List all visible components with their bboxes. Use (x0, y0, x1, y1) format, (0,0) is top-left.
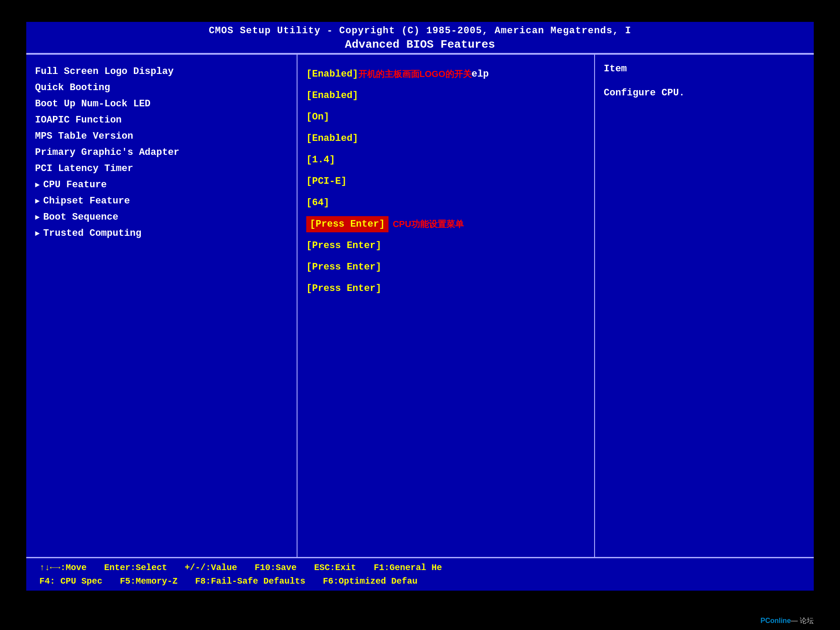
value-row-quick-booting: [Enabled] (306, 85, 585, 106)
value-pci-latency: [64] (306, 195, 329, 211)
arrow-icon: ► (35, 213, 40, 222)
value-chipset-feature: [Press Enter] (306, 238, 382, 254)
menu-label: Quick Booting (35, 82, 110, 93)
nav-row-1: ↑↓←→:Move Enter:Select +/-/:Value F10:Sa… (39, 563, 801, 573)
menu-item-ioapic[interactable]: IOAPIC Function (35, 112, 288, 128)
menu-label: Primary Graphic's Adapter (35, 147, 179, 158)
help-label: Item (604, 63, 805, 74)
value-row-chipset-feature: [Press Enter] (306, 235, 585, 256)
value-ioapic: [Enabled] (306, 130, 358, 147)
arrow-icon: ► (35, 229, 40, 238)
menu-label: Boot Up Num-Lock LED (35, 98, 150, 109)
navigation-bar: ↑↓←→:Move Enter:Select +/-/:Value F10:Sa… (26, 557, 814, 591)
help-text: Configure CPU. (604, 88, 805, 98)
value-mps-table: [1.4] (306, 152, 335, 168)
nav-value: +/-/:Value (185, 563, 237, 573)
value-row-full-screen-logo: [Enabled] 开机的主板画面LOGO的开关 elp (306, 63, 585, 85)
menu-item-cpu-feature[interactable]: ► CPU Feature (35, 177, 288, 193)
value-row-cpu-feature[interactable]: [Press Enter] CPU功能设置菜单 (306, 214, 585, 235)
menu-item-boot-sequence[interactable]: ► Boot Sequence (35, 209, 288, 225)
menu-item-trusted-computing[interactable]: ► Trusted Computing (35, 225, 288, 242)
page-title: Advanced BIOS Features (26, 38, 814, 51)
value-row-mps-table: [1.4] (306, 149, 585, 171)
nav-f4: F4: CPU Spec (39, 576, 102, 586)
menu-label: IOAPIC Function (35, 115, 122, 126)
value-row-pci-latency: [64] (306, 192, 585, 214)
annotation-cpu-feature: CPU功能设置菜单 (393, 218, 464, 230)
watermark: PConline— 论坛 (760, 616, 814, 626)
menu-label: Full Screen Logo Display (35, 66, 174, 77)
menu-label: CPU Feature (43, 179, 107, 190)
values-panel: [Enabled] 开机的主板画面LOGO的开关 elp [Enabled] [… (298, 55, 595, 557)
menu-item-boot-num-lock[interactable]: Boot Up Num-Lock LED (35, 96, 288, 112)
menu-label: Trusted Computing (43, 228, 141, 239)
menu-item-mps-table[interactable]: MPS Table Version (35, 128, 288, 144)
value-row-ioapic: [Enabled] (306, 128, 585, 149)
value-row-trusted-computing: [Press Enter] (306, 278, 585, 299)
value-full-screen-logo: [Enabled] (306, 66, 358, 82)
menu-label: PCI Latency Timer (35, 163, 133, 174)
arrow-icon: ► (35, 181, 40, 189)
nav-f1: F1:General He (374, 563, 442, 573)
menu-label: Chipset Feature (43, 196, 130, 206)
arrow-icon: ► (35, 197, 40, 206)
menu-item-full-screen-logo[interactable]: Full Screen Logo Display (35, 63, 288, 80)
menu-item-quick-booting[interactable]: Quick Booting (35, 80, 288, 96)
value-row-boot-sequence: [Press Enter] (306, 256, 585, 278)
nav-f5: F5:Memory-Z (120, 576, 178, 586)
nav-row-2: F4: CPU Spec F5:Memory-Z F8:Fail-Safe De… (39, 576, 801, 586)
menu-item-pci-latency[interactable]: PCI Latency Timer (35, 161, 288, 177)
menu-item-chipset-feature[interactable]: ► Chipset Feature (35, 193, 288, 209)
menu-item-primary-graphic[interactable]: Primary Graphic's Adapter (35, 144, 288, 161)
copyright-text: CMOS Setup Utility - Copyright (C) 1985-… (26, 25, 814, 36)
menu-panel: Full Screen Logo Display Quick Booting B… (26, 55, 298, 557)
help-suffix: elp (472, 69, 489, 80)
nav-enter: Enter:Select (104, 563, 167, 573)
nav-move: ↑↓←→:Move (39, 563, 87, 573)
menu-label: Boot Sequence (43, 212, 119, 223)
nav-f8: F8:Fail-Safe Defaults (195, 576, 305, 586)
nav-esc: ESC:Exit (314, 563, 356, 573)
annotation-full-screen-logo: 开机的主板画面LOGO的开关 (358, 68, 472, 80)
nav-f6: F6:Optimized Defau (323, 576, 417, 586)
value-row-primary-graphic: [PCI-E] (306, 171, 585, 192)
value-row-boot-num-lock: [On] (306, 106, 585, 128)
nav-f10: F10:Save (255, 563, 297, 573)
value-trusted-computing: [Press Enter] (306, 280, 382, 297)
value-boot-num-lock: [On] (306, 109, 329, 125)
value-cpu-feature: [Press Enter] (306, 216, 388, 232)
value-quick-booting: [Enabled] (306, 88, 358, 104)
value-primary-graphic: [PCI-E] (306, 173, 346, 189)
help-panel: Item Configure CPU. (595, 55, 814, 557)
menu-label: MPS Table Version (35, 131, 133, 142)
value-boot-sequence: [Press Enter] (306, 259, 382, 275)
